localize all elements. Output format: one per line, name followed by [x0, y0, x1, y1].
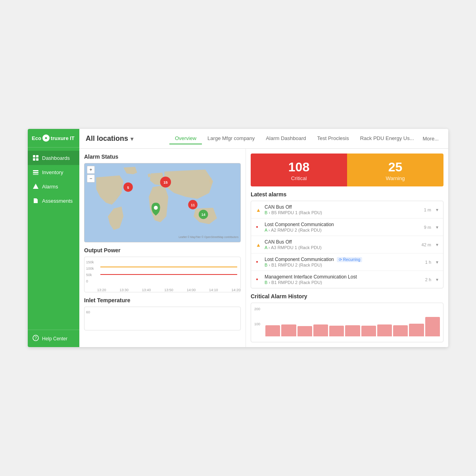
warning-count: 25	[353, 160, 437, 175]
svg-text:15: 15	[163, 180, 168, 184]
dashboards-icon	[33, 155, 39, 161]
output-power-section: Output Power 150k 100k 50k 0	[84, 247, 241, 292]
svg-text:Leaflet © MapTiler © OpenStree: Leaflet © MapTiler © OpenStreetMap contr…	[178, 236, 238, 239]
alarm-detail-2: A › A2 RMPDU 2 (Rack PDU)	[265, 228, 421, 232]
history-bar	[425, 317, 440, 336]
alarm-expand-4[interactable]: ▾	[436, 259, 438, 265]
alarm-info-2: Lost Component Communication A › A2 RMPD…	[265, 222, 421, 232]
tab-more[interactable]: More...	[420, 133, 442, 144]
output-power-title: Output Power	[84, 247, 241, 253]
inventory-label: Inventory	[42, 169, 63, 175]
alarm-item-3[interactable]: ▲ CAN Bus Off A › A3 RMPDU 1 (Rack PDU) …	[251, 236, 443, 253]
alarm-item-2[interactable]: ● Lost Component Communication A › A2 RM…	[251, 219, 443, 236]
history-bar	[393, 325, 408, 337]
alarm-expand-1[interactable]: ▾	[436, 207, 438, 213]
svg-rect-1	[33, 155, 35, 157]
inlet-y-labels: 60	[86, 310, 90, 321]
content-area: Alarm Status	[79, 149, 448, 347]
svg-rect-8	[36, 186, 36, 187]
critical-icon-4: ●	[256, 259, 261, 265]
svg-text:11: 11	[191, 203, 195, 207]
top-bar: All locations ▾ Overview Large Mfgr comp…	[79, 129, 448, 149]
main-content: All locations ▾ Overview Large Mfgr comp…	[79, 129, 448, 347]
chart-plot-area	[100, 260, 237, 282]
history-bar	[377, 324, 392, 336]
svg-text:14: 14	[202, 213, 205, 217]
svg-rect-3	[33, 158, 35, 161]
svg-text:5: 5	[127, 186, 129, 190]
alarm-status-title: Alarm Status	[84, 154, 241, 160]
history-bar	[313, 324, 328, 336]
history-chart: 200 100	[251, 303, 443, 342]
critical-icon-5: ●	[256, 277, 261, 282]
sidebar-nav: Dashboards Inventory Alarms	[28, 148, 79, 330]
alarms-label: Alarms	[42, 184, 58, 190]
sidebar-item-inventory[interactable]: Inventory	[28, 165, 79, 179]
zoom-out-button[interactable]: −	[87, 175, 95, 182]
svg-rect-4	[36, 158, 38, 161]
latest-alarms-title: Latest alarms	[251, 191, 443, 198]
alarm-time-1: 1 m	[424, 207, 431, 212]
location-name: All locations	[86, 134, 128, 143]
alarm-name-4: Lost Component Communication ⟳ Recurring	[265, 257, 422, 262]
alarm-detail-1: B › B5 RMPDU 1 (Rack PDU)	[265, 210, 421, 215]
logo-area: Eco truxure IT	[28, 129, 79, 148]
tab-test-proclesis[interactable]: Test Proclesis	[312, 133, 355, 144]
sidebar-footer: ? Help Center	[28, 330, 79, 347]
alarm-time-3: 42 m	[422, 242, 431, 247]
alarm-expand-2[interactable]: ▾	[436, 225, 438, 230]
svg-rect-9	[36, 188, 36, 188]
alarm-expand-3[interactable]: ▾	[436, 242, 438, 248]
alarm-expand-5[interactable]: ▾	[436, 277, 438, 282]
tab-overview[interactable]: Overview	[169, 133, 202, 144]
history-bar	[345, 325, 360, 337]
dashboards-label: Dashboards	[42, 155, 70, 161]
alarm-name-3: CAN Bus Off	[265, 239, 418, 245]
assessments-label: Assessments	[42, 198, 73, 204]
help-center-item[interactable]: ? Help Center	[33, 335, 75, 342]
tab-alarm-dashboard[interactable]: Alarm Dashboard	[260, 133, 311, 144]
warning-icon-3: ▲	[256, 242, 261, 248]
output-power-chart: 150k 100k 50k 0	[84, 257, 241, 292]
chart-y-labels: 150k 100k 50k 0	[86, 260, 94, 283]
inlet-temperature-section: Inlet Temperature 60	[84, 297, 241, 330]
app-logo: Eco truxure IT	[32, 134, 75, 142]
svg-point-20	[154, 206, 158, 210]
inventory-icon	[33, 169, 39, 175]
zoom-in-button[interactable]: +	[87, 166, 95, 174]
alarm-item-1[interactable]: ▲ CAN Bus Off B › B5 RMPDU 1 (Rack PDU) …	[251, 201, 443, 219]
alarm-status-section: Alarm Status	[84, 154, 241, 242]
critical-label: Critical	[257, 175, 341, 181]
alarm-detail-3: A › A3 RMPDU 1 (Rack PDU)	[265, 245, 418, 250]
critical-count: 108	[257, 160, 341, 175]
sidebar-item-dashboards[interactable]: Dashboards	[28, 151, 79, 165]
alarm-item-5[interactable]: ● Management Interface Communication Los…	[251, 271, 443, 288]
history-y-axis: 200 100	[254, 306, 265, 342]
alarm-time-5: 2 h	[425, 277, 431, 282]
inlet-temperature-title: Inlet Temperature	[84, 297, 241, 303]
map-controls: + −	[87, 166, 95, 182]
latest-alarms-section: Latest alarms ▲ CAN Bus Off B › B5 RMPDU…	[251, 191, 443, 288]
alarm-detail-4: B › B1 RMPDU 2 (Rack PDU)	[265, 263, 422, 267]
alarms-list: ▲ CAN Bus Off B › B5 RMPDU 1 (Rack PDU) …	[251, 201, 443, 288]
assessments-icon	[33, 198, 39, 204]
sidebar-item-alarms[interactable]: Alarms	[28, 179, 79, 194]
warning-icon-1: ▲	[256, 207, 261, 213]
left-panel: Alarm Status	[79, 149, 246, 347]
world-map-svg: 5 15	[84, 163, 240, 242]
svg-text:?: ?	[35, 336, 37, 340]
sidebar-item-assessments[interactable]: Assessments	[28, 194, 79, 208]
history-bars-container	[265, 306, 440, 342]
location-selector[interactable]: All locations ▾	[86, 134, 133, 143]
alarm-name-2: Lost Component Communication	[265, 222, 421, 227]
alarm-info-3: CAN Bus Off A › A3 RMPDU 1 (Rack PDU)	[265, 239, 418, 250]
tab-rack-pdu[interactable]: Rack PDU Energy Us...	[355, 133, 420, 144]
alarm-item-4[interactable]: ● Lost Component Communication ⟳ Recurri…	[251, 253, 443, 271]
alarm-time-2: 9 m	[424, 225, 431, 230]
status-cards: 108 Critical 25 Warning	[251, 154, 443, 186]
history-bar	[265, 325, 280, 337]
tab-large-mfgr[interactable]: Large Mfgr company	[202, 133, 260, 144]
alarm-name-5: Management Interface Communication Lost	[265, 274, 422, 280]
svg-rect-5	[33, 170, 38, 171]
svg-rect-7	[33, 174, 38, 175]
